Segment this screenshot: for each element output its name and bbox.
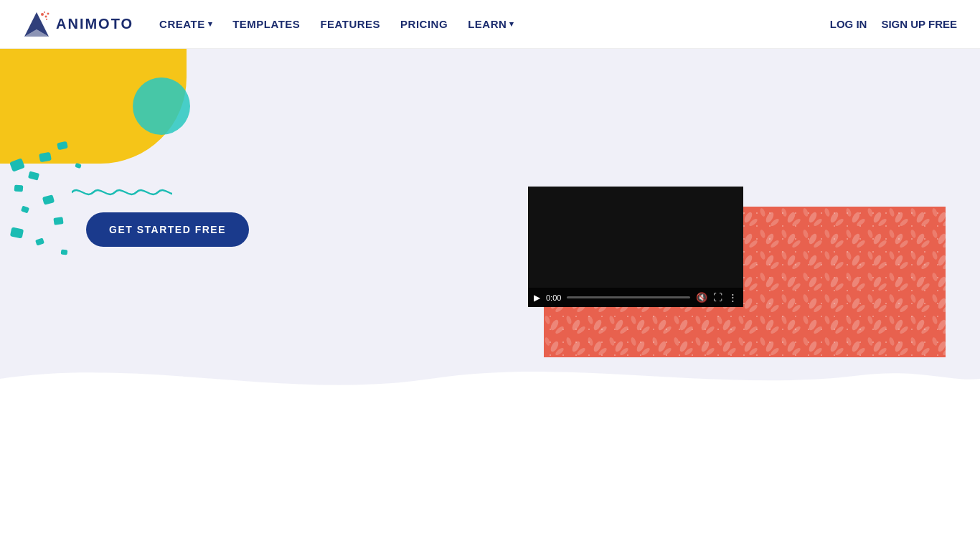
blob-5 <box>42 194 55 205</box>
video-player[interactable]: ▶ 0:00 🔇 ⛶ ⋮ <box>528 187 743 307</box>
nav-templates[interactable]: TEMPLATES <box>232 18 300 30</box>
blob-10 <box>61 249 68 255</box>
bottom-wave <box>0 357 980 400</box>
signup-link[interactable]: SIGN UP FREE <box>881 18 957 30</box>
fullscreen-button[interactable]: ⛶ <box>713 292 722 303</box>
hero-section: GET STARTED FREE ▶ 0:00 <box>0 49 980 400</box>
svg-point-3 <box>45 15 47 17</box>
blob-9 <box>35 237 44 245</box>
nav-learn[interactable]: LEARN ▾ <box>468 18 514 30</box>
logo[interactable]: ANIMOTO <box>23 11 133 38</box>
blob-12 <box>75 163 81 169</box>
white-section <box>0 400 980 551</box>
nav-right: LOG IN SIGN UP FREE <box>830 18 957 30</box>
nav-pricing[interactable]: PRICING <box>400 18 448 30</box>
mute-button[interactable]: 🔇 <box>696 292 707 303</box>
logo-icon <box>23 11 50 38</box>
play-button[interactable]: ▶ <box>534 293 540 303</box>
logo-text: ANIMOTO <box>56 16 133 32</box>
video-time: 0:00 <box>546 293 561 302</box>
svg-point-6 <box>46 19 47 20</box>
blob-2 <box>28 171 39 180</box>
create-chevron-icon: ▾ <box>208 19 213 29</box>
svg-point-5 <box>47 12 50 14</box>
teal-circle <box>133 77 190 135</box>
navbar: ANIMOTO CREATE ▾ TEMPLATES FEATURES PRIC… <box>0 0 980 49</box>
blob-4 <box>14 184 24 192</box>
video-progress-bar[interactable] <box>567 296 690 298</box>
nav-links: CREATE ▾ TEMPLATES FEATURES PRICING LEAR… <box>159 18 514 30</box>
nav-create[interactable]: CREATE ▾ <box>159 18 212 30</box>
blob-6 <box>21 206 29 214</box>
svg-point-4 <box>44 11 45 13</box>
video-inner: ▶ 0:00 🔇 ⛶ ⋮ <box>528 187 743 307</box>
get-started-button[interactable]: GET STARTED FREE <box>86 212 249 247</box>
login-link[interactable]: LOG IN <box>830 18 867 30</box>
wavy-line <box>72 185 172 202</box>
nav-left: ANIMOTO CREATE ▾ TEMPLATES FEATURES PRIC… <box>23 11 514 38</box>
svg-point-2 <box>41 13 44 16</box>
blob-7 <box>53 217 63 225</box>
video-controls: ▶ 0:00 🔇 ⛶ ⋮ <box>528 288 743 307</box>
nav-features[interactable]: FEATURES <box>320 18 380 30</box>
blob-8 <box>10 227 24 238</box>
more-button[interactable]: ⋮ <box>728 292 738 303</box>
learn-chevron-icon: ▾ <box>509 19 514 29</box>
